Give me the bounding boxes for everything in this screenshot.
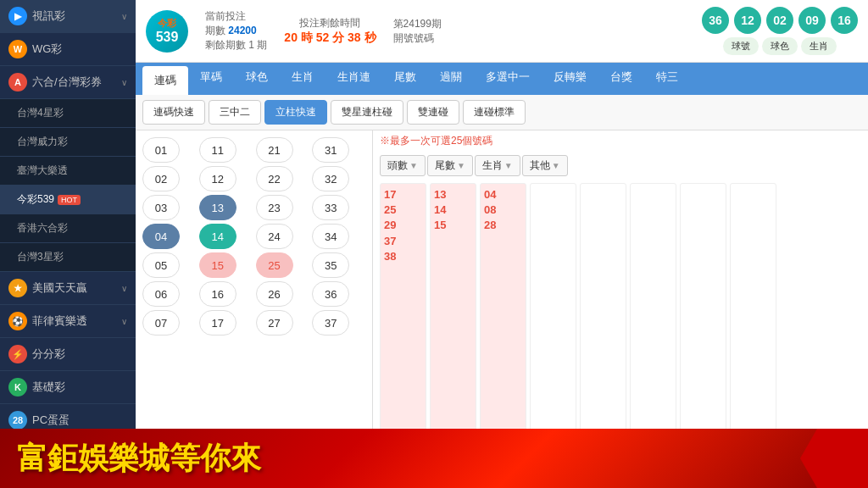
tab-fanzhuanle[interactable]: 反轉樂	[542, 63, 598, 95]
num-23[interactable]: 23	[256, 195, 293, 220]
num-25[interactable]: 25	[256, 252, 293, 278]
opening-label: 開號號碼	[393, 31, 442, 46]
top-bar: 今彩 539 當前投注 期數 24200 剩餘期數 1 期 投注剩餘時間 20 …	[136, 0, 868, 63]
subtab-shuanglian[interactable]: 雙連碰	[407, 100, 459, 125]
col-header-toushu[interactable]: 頭數 ▼	[380, 155, 426, 176]
tab-qiuse[interactable]: 球色	[234, 63, 280, 95]
tab-danhao[interactable]: 單碼	[188, 63, 234, 95]
wg-icon: W	[8, 40, 27, 58]
num28-icon: 28	[8, 411, 27, 430]
num-37[interactable]: 37	[312, 310, 349, 336]
sidebar-item-video[interactable]: ▶ 視訊彩 ∨	[0, 0, 136, 33]
taiwan-icon: A	[8, 73, 27, 92]
col-header-shengxiao[interactable]: 生肖 ▼	[475, 155, 520, 176]
numbers-box: 36 12 02 09 16 球號 球色 生肖	[702, 7, 858, 55]
tab-shengxiaolian[interactable]: 生肖連	[326, 63, 382, 95]
video-icon: ▶	[8, 7, 27, 25]
col-header-weishu[interactable]: 尾數 ▼	[427, 155, 473, 176]
sidebar-item-wg[interactable]: W WG彩	[0, 33, 136, 66]
column-slot-5	[580, 183, 626, 434]
column-slot-2: 131415	[430, 183, 476, 434]
sidebar-label-twwili: 台灣威力彩	[17, 135, 68, 149]
tab-lianhao[interactable]: 連碼	[142, 66, 188, 95]
subtab-lizhu[interactable]: 立柱快速	[264, 100, 327, 125]
period-box: 第24199期 開號號碼	[393, 17, 442, 46]
ball-label-qiuhao[interactable]: 球號	[723, 37, 759, 55]
num-33[interactable]: 33	[312, 195, 349, 220]
ball-5: 16	[831, 7, 858, 34]
slot-num-2: 131415	[434, 187, 472, 234]
arrow-down-icon: ▼	[409, 161, 418, 170]
sidebar-item-phili[interactable]: ⚽ 菲律賓樂透 ∨	[0, 305, 136, 338]
num-26[interactable]: 26	[256, 281, 293, 307]
chevron-icon: ∨	[121, 12, 127, 21]
num-07[interactable]: 07	[142, 310, 180, 336]
sidebar-label-phili: 菲律賓樂透	[32, 313, 87, 329]
sidebar-item-hk6[interactable]: 香港六合彩	[0, 214, 136, 243]
tab-weishu[interactable]: 尾數	[382, 63, 428, 95]
num-06[interactable]: 06	[142, 281, 180, 307]
subtab-liankuaisu[interactable]: 連碼快速	[142, 100, 205, 125]
arrow-down-icon3: ▼	[504, 161, 513, 170]
main-container: ▶ 視訊彩 ∨ W WG彩 A 六合/台灣彩券 ∨ 台灣4星彩 台灣威力彩 臺灣…	[0, 0, 868, 488]
num-11[interactable]: 11	[199, 137, 236, 163]
tab-duoxuan[interactable]: 多選中一	[474, 63, 542, 95]
num-05[interactable]: 05	[142, 252, 180, 278]
num-31[interactable]: 31	[312, 137, 349, 163]
sidebar-label-pcegg: PC蛋蛋	[32, 413, 70, 428]
tab-guoguan[interactable]: 過關	[428, 63, 474, 95]
sidebar-item-tw3star[interactable]: 台灣3星彩	[0, 243, 136, 272]
subtab-sanzhonger[interactable]: 三中二	[209, 100, 261, 125]
num-03[interactable]: 03	[142, 195, 180, 220]
num-12[interactable]: 12	[199, 166, 236, 191]
sidebar-item-taiwan[interactable]: A 六合/台灣彩券 ∨	[0, 66, 136, 99]
column-slot-7	[680, 183, 726, 434]
col-header-qita[interactable]: 其他 ▼	[522, 155, 568, 176]
content-area: 今彩 539 當前投注 期數 24200 剩餘期數 1 期 投注剩餘時間 20 …	[136, 0, 868, 488]
sidebar-item-today539[interactable]: 今彩539 HOT	[0, 186, 136, 214]
sidebar-item-twbig[interactable]: 臺灣大樂透	[0, 157, 136, 186]
num-15[interactable]: 15	[199, 252, 236, 278]
num-36[interactable]: 36	[312, 281, 349, 307]
num-16[interactable]: 16	[199, 281, 236, 307]
tab-shengxiao[interactable]: 生肖	[280, 63, 326, 95]
sidebar-label-twbig: 臺灣大樂透	[17, 164, 68, 178]
num-14[interactable]: 14	[199, 224, 236, 249]
sidebar-label-hk6: 香港六合彩	[17, 221, 68, 236]
num-22[interactable]: 22	[256, 166, 293, 191]
tab-taijiang[interactable]: 台獎	[598, 63, 644, 95]
sidebar-item-twwili[interactable]: 台灣威力彩	[0, 128, 136, 157]
tab-bar: 連碼 單碼 球色 生肖 生肖連 尾數 過關 多選中一 反轉樂 台獎 特三	[136, 63, 868, 95]
sidebar-label-ustiantian: 美國天天贏	[32, 280, 87, 296]
ball-label-qiuse[interactable]: 球色	[762, 37, 798, 55]
num-04[interactable]: 04	[142, 224, 180, 249]
selected-numbers-area: 1725293738 131415 040828	[373, 180, 868, 437]
num-24[interactable]: 24	[256, 224, 293, 249]
tab-tesan[interactable]: 特三	[644, 63, 690, 95]
num-02[interactable]: 02	[142, 166, 180, 191]
sidebar-item-tw4star[interactable]: 台灣4星彩	[0, 99, 136, 128]
sidebar-item-ustiantian[interactable]: ★ 美國天天贏 ∨	[0, 272, 136, 305]
logo-539: 539	[156, 30, 179, 45]
num-27[interactable]: 27	[256, 310, 293, 336]
num-35[interactable]: 35	[312, 252, 349, 278]
hot-badge: HOT	[58, 195, 81, 205]
num-01[interactable]: 01	[142, 137, 180, 163]
logo-box: 今彩 539	[146, 10, 188, 53]
subtab-lianpengbiaozhun[interactable]: 連碰標準	[463, 100, 526, 125]
num-32[interactable]: 32	[312, 166, 349, 191]
remaining-label: 剩餘期數 1 期	[205, 38, 267, 53]
num-34[interactable]: 34	[312, 224, 349, 249]
subtab-shuangxing[interactable]: 雙星連柱碰	[331, 100, 403, 125]
sidebar-item-jicai[interactable]: K 基礎彩	[0, 371, 136, 404]
sidebar-label-tw4star: 台灣4星彩	[17, 106, 64, 120]
sidebar-label-today539: 今彩539	[17, 192, 54, 207]
num-21[interactable]: 21	[256, 137, 293, 163]
sidebar-item-fenfen[interactable]: ⚡ 分分彩	[0, 338, 136, 371]
sidebar-label-taiwan: 六合/台灣彩券	[32, 75, 102, 90]
column-slot-6	[630, 183, 676, 434]
num-13[interactable]: 13	[199, 195, 236, 220]
ball-label-shengxiao[interactable]: 生肖	[801, 37, 837, 55]
num-17[interactable]: 17	[199, 310, 236, 336]
logo-today: 今彩	[158, 17, 176, 30]
